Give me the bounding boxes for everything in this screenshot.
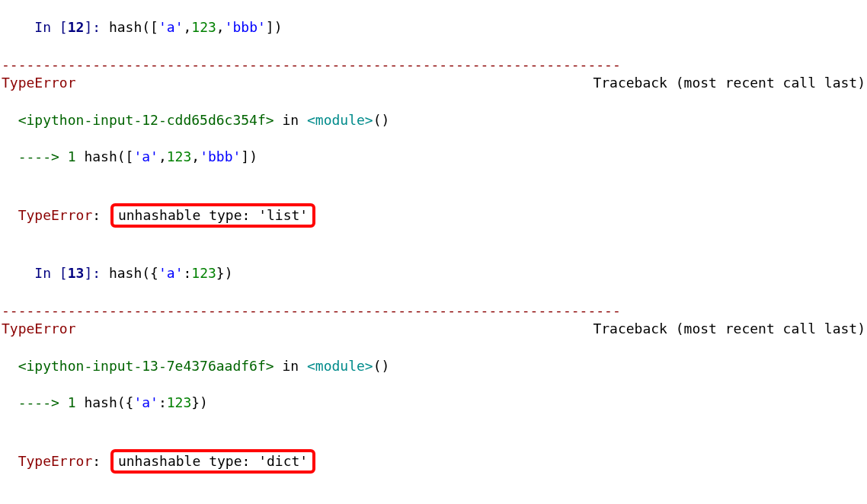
input-cell-13: In [13]: hash({'a':123}) <box>0 246 867 301</box>
prompt-in-label: In [ <box>34 265 67 281</box>
traceback-label: Traceback (most recent call last) <box>593 320 865 338</box>
colon: : <box>92 207 109 223</box>
error-name-final: TypeError <box>18 207 93 223</box>
echo-prefix: hash({ <box>76 394 134 410</box>
echo-close: }) <box>191 394 208 410</box>
colon: : <box>92 453 109 469</box>
error-highlight-box: unhashable type: 'list' <box>110 203 315 227</box>
echo-comma: , <box>191 148 200 164</box>
prompt-in-close: ]: <box>84 19 101 35</box>
arrow-marker: ----> 1 <box>18 394 76 410</box>
echo-str-bbb: 'bbb' <box>200 148 241 164</box>
code-str-a: 'a' <box>158 265 184 281</box>
source-ref: <ipython-input-13-7e4376aadf6f> <box>18 358 274 374</box>
traceback-divider: ----------------------------------------… <box>0 301 867 320</box>
echo-prefix: hash([ <box>76 148 134 164</box>
code-prefix: hash([ <box>101 19 158 35</box>
paren: () <box>373 112 390 128</box>
traceback-label: Traceback (most recent call last) <box>593 74 865 92</box>
echo-colon: : <box>158 394 167 410</box>
blank-line <box>0 474 867 492</box>
error-message: unhashable type: 'dict' <box>118 453 308 469</box>
echo-num-123: 123 <box>167 148 192 164</box>
traceback-divider: ----------------------------------------… <box>0 56 867 74</box>
code-prefix: hash({ <box>101 265 158 281</box>
echo-comma: , <box>158 148 167 164</box>
module-ref: <module> <box>307 358 373 374</box>
error-message: unhashable type: 'list' <box>118 207 308 223</box>
code-str-bbb: 'bbb' <box>225 19 266 35</box>
traceback-arrow-line: ----> 1 hash(['a',123,'bbb']) <box>0 129 867 167</box>
input-cell-12: In [12]: hash(['a',123,'bbb']) <box>0 0 867 56</box>
blank-line <box>0 413 867 431</box>
code-str-a: 'a' <box>158 19 184 35</box>
code-num-123: 123 <box>191 265 216 281</box>
traceback-source-line: <ipython-input-13-7e4376aadf6f> in <modu… <box>0 338 867 375</box>
error-name: TypeError <box>2 74 76 92</box>
echo-close: ]) <box>241 148 258 164</box>
source-ref: <ipython-input-12-cdd65d6c354f> <box>18 112 274 128</box>
prompt-in-number: 12 <box>68 19 85 35</box>
echo-str-a: 'a' <box>133 148 158 164</box>
traceback-arrow-line: ----> 1 hash({'a':123}) <box>0 375 867 413</box>
code-close: ]) <box>266 19 283 35</box>
traceback-header: TypeError Traceback (most recent call la… <box>0 320 867 338</box>
arrow-marker: ----> 1 <box>18 148 76 164</box>
blank-line <box>0 228 867 246</box>
echo-str-a: 'a' <box>133 394 158 410</box>
in-word: in <box>274 112 307 128</box>
error-message-line: TypeError: unhashable type: 'list' <box>0 185 867 228</box>
error-message-line: TypeError: unhashable type: 'dict' <box>0 431 867 474</box>
module-ref: <module> <box>307 112 373 128</box>
code-colon: : <box>183 265 191 281</box>
traceback-header: TypeError Traceback (most recent call la… <box>0 74 867 92</box>
prompt-in-label: In [ <box>34 19 67 35</box>
in-word: in <box>274 358 307 374</box>
error-highlight-box: unhashable type: 'dict' <box>110 449 315 473</box>
code-close: }) <box>216 265 233 281</box>
code-comma: , <box>183 19 191 35</box>
error-name-final: TypeError <box>18 453 93 469</box>
blank-line <box>0 167 867 185</box>
traceback-source-line: <ipython-input-12-cdd65d6c354f> in <modu… <box>0 92 867 129</box>
code-comma: , <box>216 19 225 35</box>
echo-num-123: 123 <box>167 394 192 410</box>
code-num-123: 123 <box>191 19 216 35</box>
input-cell-14: In [14]: hash(set([1,2,3,4])) <box>0 492 867 504</box>
prompt-in-close: ]: <box>84 265 101 281</box>
prompt-in-number: 13 <box>68 265 85 281</box>
paren: () <box>373 358 390 374</box>
error-name: TypeError <box>2 320 76 338</box>
